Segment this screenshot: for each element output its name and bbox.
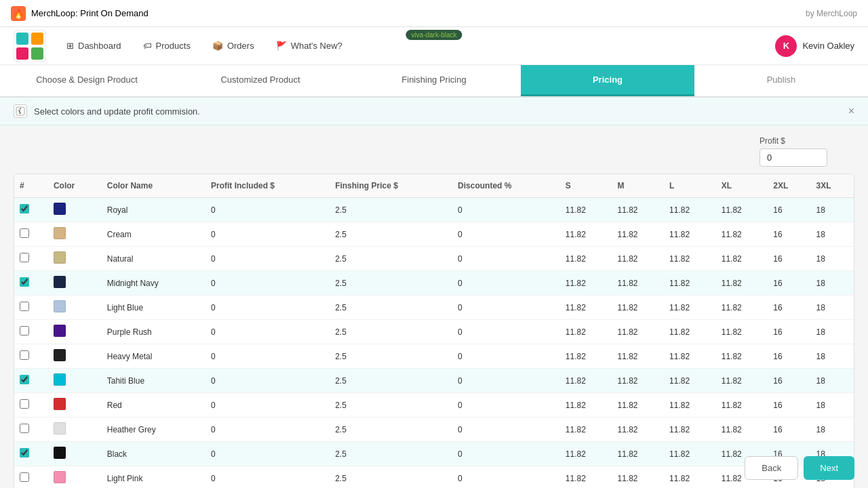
cell: 2.5 bbox=[330, 344, 452, 369]
cell: 0 bbox=[205, 418, 330, 442]
cell: 0 bbox=[452, 320, 560, 344]
cell: 2.5 bbox=[330, 393, 452, 418]
user-area: K Kevin Oakley bbox=[775, 35, 854, 57]
cell: Black bbox=[102, 442, 205, 466]
nav-dashboard[interactable]: ⊞ Dashboard bbox=[57, 35, 131, 56]
cell: 11.82 bbox=[612, 320, 664, 344]
back-button[interactable]: Back bbox=[745, 456, 798, 480]
color-swatch bbox=[54, 251, 66, 264]
cell: 0 bbox=[452, 296, 560, 320]
color-swatch bbox=[54, 325, 66, 337]
table-row: Natural02.5011.8211.8211.8211.821618 bbox=[14, 247, 854, 271]
cell: 2.5 bbox=[330, 442, 452, 466]
info-close-button[interactable]: × bbox=[848, 105, 854, 117]
user-name: Kevin Oakley bbox=[802, 41, 854, 51]
cell: 18 bbox=[811, 198, 854, 222]
cell: 0 bbox=[452, 222, 560, 247]
step-publish[interactable]: Publish bbox=[694, 65, 868, 96]
color-swatch bbox=[54, 227, 66, 239]
cell: 11.82 bbox=[716, 418, 768, 442]
table-row: Tahiti Blue02.5011.8211.8211.8211.821618 bbox=[14, 369, 854, 393]
cell: 0 bbox=[452, 198, 560, 222]
color-swatch bbox=[54, 422, 66, 434]
step-customized[interactable]: Customized Product bbox=[174, 65, 347, 96]
col-profit-included-$: Profit Included $ bbox=[205, 174, 330, 198]
cell: 2.5 bbox=[330, 222, 452, 247]
cell: 0 bbox=[452, 466, 560, 489]
cell: 16 bbox=[768, 369, 810, 393]
tag-icon: 🏷 bbox=[143, 41, 152, 51]
cell: 11.82 bbox=[560, 320, 612, 344]
info-icon bbox=[14, 104, 27, 118]
step-finishing-pricing[interactable]: Finishing Pricing bbox=[347, 65, 521, 96]
row-checkbox-10[interactable] bbox=[20, 448, 29, 458]
col-xl: XL bbox=[716, 174, 768, 198]
cell: 18 bbox=[811, 369, 854, 393]
color-swatch bbox=[54, 300, 66, 312]
step-choose-design[interactable]: Choose & Design Product bbox=[0, 65, 174, 96]
cell: 11.82 bbox=[612, 271, 664, 296]
cell: 18 bbox=[811, 393, 854, 418]
cell: 0 bbox=[452, 418, 560, 442]
next-button[interactable]: Next bbox=[804, 456, 854, 480]
cell: 11.82 bbox=[560, 198, 612, 222]
row-checkbox-5[interactable] bbox=[20, 326, 29, 336]
color-swatch bbox=[54, 203, 66, 215]
app-title-area: 🔥 MerchLoop: Print On Demand bbox=[11, 6, 149, 21]
row-checkbox-0[interactable] bbox=[20, 204, 29, 214]
row-checkbox-11[interactable] bbox=[20, 472, 29, 482]
cell: 0 bbox=[205, 271, 330, 296]
logo bbox=[14, 30, 46, 62]
cell: 0 bbox=[205, 466, 330, 489]
cell: 18 bbox=[811, 247, 854, 271]
row-checkbox-6[interactable] bbox=[20, 350, 29, 360]
cell: 11.82 bbox=[560, 222, 612, 247]
cell: 11.82 bbox=[612, 198, 664, 222]
cell: 16 bbox=[768, 418, 810, 442]
cell: Tahiti Blue bbox=[102, 369, 205, 393]
profit-input[interactable] bbox=[760, 148, 827, 167]
profit-field: Profit $ bbox=[760, 136, 827, 167]
info-banner-left: Select colors and update profit commisio… bbox=[14, 104, 200, 118]
cell: 11.82 bbox=[716, 369, 768, 393]
cell: 11.82 bbox=[664, 271, 716, 296]
row-checkbox-2[interactable] bbox=[20, 253, 29, 262]
cell: 11.82 bbox=[664, 320, 716, 344]
cell: 16 bbox=[768, 393, 810, 418]
app-icon: 🔥 bbox=[11, 6, 26, 21]
table-row: Black02.5011.8211.8211.8211.821618 bbox=[14, 442, 854, 466]
nav-left: ⊞ Dashboard 🏷 Products 📦 Orders 🚩 What's… bbox=[14, 30, 352, 62]
col-color-name: Color Name bbox=[102, 174, 205, 198]
row-checkbox-7[interactable] bbox=[20, 375, 29, 384]
cell: 11.82 bbox=[560, 466, 612, 489]
nav-orders-label: Orders bbox=[227, 41, 254, 51]
cell: 0 bbox=[205, 247, 330, 271]
cell: 11.82 bbox=[664, 247, 716, 271]
cell: 16 bbox=[768, 222, 810, 247]
nav-whats-new[interactable]: 🚩 What's New? bbox=[267, 35, 352, 56]
row-checkbox-4[interactable] bbox=[20, 302, 29, 311]
row-checkbox-1[interactable] bbox=[20, 228, 29, 238]
svg-rect-4 bbox=[31, 33, 43, 45]
cell: 18 bbox=[811, 320, 854, 344]
cell: Royal bbox=[102, 198, 205, 222]
svg-rect-3 bbox=[16, 33, 28, 45]
profit-label: Profit $ bbox=[760, 136, 827, 146]
step-pricing[interactable]: Pricing bbox=[521, 65, 694, 96]
cell: 2.5 bbox=[330, 320, 452, 344]
cell: Heavy Metal bbox=[102, 344, 205, 369]
cell: 11.82 bbox=[664, 466, 716, 489]
col-3xl: 3XL bbox=[811, 174, 854, 198]
color-swatch bbox=[54, 471, 66, 483]
nav-orders[interactable]: 📦 Orders bbox=[203, 35, 264, 56]
cell: 11.82 bbox=[560, 271, 612, 296]
row-checkbox-3[interactable] bbox=[20, 277, 29, 287]
row-checkbox-8[interactable] bbox=[20, 399, 29, 409]
nav-dashboard-label: Dashboard bbox=[78, 41, 121, 51]
nav-products[interactable]: 🏷 Products bbox=[134, 35, 200, 56]
cell: 0 bbox=[452, 369, 560, 393]
row-checkbox-9[interactable] bbox=[20, 424, 29, 433]
cell: 0 bbox=[452, 344, 560, 369]
cell: 0 bbox=[205, 442, 330, 466]
table-header: #ColorColor NameProfit Included $Finshin… bbox=[14, 174, 854, 198]
